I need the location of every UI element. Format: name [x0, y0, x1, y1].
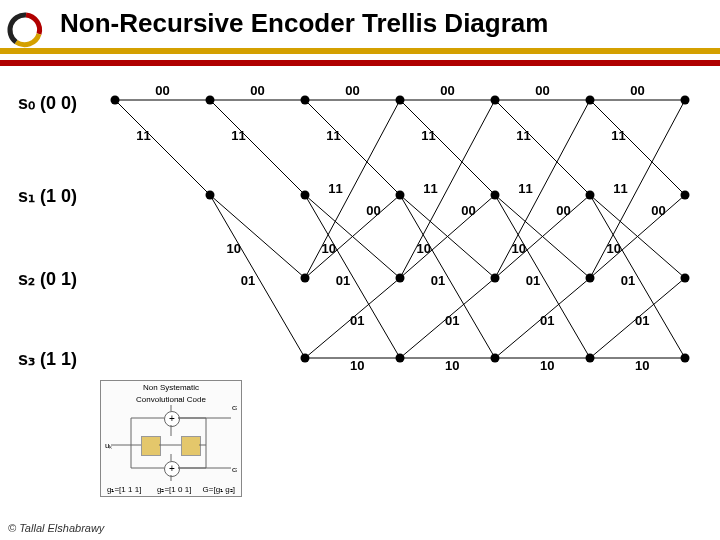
- edge-output-label: 10: [322, 241, 336, 256]
- trellis-node: [586, 96, 595, 105]
- edge-output-label: 10: [512, 241, 526, 256]
- trellis-node: [301, 354, 310, 363]
- svg-line-26: [495, 195, 590, 358]
- edge-output-label: 11: [518, 181, 532, 196]
- svg-line-36: [590, 195, 685, 278]
- trellis-node: [396, 191, 405, 200]
- trellis-node: [301, 96, 310, 105]
- trellis-node: [681, 96, 690, 105]
- edge-output-label: 00: [440, 83, 454, 98]
- edge-output-label: 01: [540, 313, 554, 328]
- svg-line-20: [400, 195, 495, 278]
- trellis-node: [301, 191, 310, 200]
- edge-output-label: 10: [635, 358, 649, 373]
- state-label-s1: s₁ (1 0): [18, 185, 77, 207]
- edge-output-label: 11: [231, 128, 245, 143]
- header-accent-bar: [0, 48, 720, 54]
- svg-line-28: [495, 195, 590, 278]
- edge-output-label: 11: [423, 181, 437, 196]
- svg-line-27: [495, 100, 590, 278]
- edge-output-label: 01: [621, 273, 635, 288]
- svg-line-19: [400, 100, 495, 278]
- edge-output-label: 10: [227, 241, 241, 256]
- svg-line-2: [115, 100, 210, 195]
- trellis-node: [491, 274, 500, 283]
- trellis-node: [491, 191, 500, 200]
- header: Non-Recursive Encoder Trellis Diagram: [0, 0, 720, 66]
- svg-line-11: [305, 100, 400, 278]
- trellis-node: [206, 96, 215, 105]
- svg-line-9: [305, 195, 400, 278]
- edge-output-label: 01: [336, 273, 350, 288]
- trellis-node: [681, 354, 690, 363]
- svg-line-8: [305, 100, 400, 195]
- edge-output-label: 00: [155, 83, 169, 98]
- edge-output-label: 01: [241, 273, 255, 288]
- edge-output-label: 10: [540, 358, 554, 373]
- svg-line-24: [495, 100, 590, 195]
- edge-output-label: 10: [607, 241, 621, 256]
- edge-output-label: 01: [350, 313, 364, 328]
- svg-line-17: [400, 195, 495, 278]
- edge-output-label: 00: [250, 83, 264, 98]
- edge-output-label: 11: [136, 128, 150, 143]
- edge-output-label: 11: [516, 128, 530, 143]
- edge-output-label: 01: [635, 313, 649, 328]
- svg-line-32: [590, 100, 685, 195]
- edge-output-label: 11: [611, 128, 625, 143]
- edge-output-label: 00: [556, 203, 570, 218]
- state-label-s3: s₃ (1 1): [18, 348, 77, 370]
- footer-copyright: © Tallal Elshabrawy: [8, 522, 104, 534]
- svg-line-16: [400, 100, 495, 195]
- edge-output-label: 00: [630, 83, 644, 98]
- trellis-node: [586, 354, 595, 363]
- edge-output-label: 00: [651, 203, 665, 218]
- page-title: Non-Recursive Encoder Trellis Diagram: [60, 8, 548, 39]
- svg-line-34: [590, 195, 685, 358]
- trellis-node: [111, 96, 120, 105]
- edge-output-label: 11: [328, 181, 342, 196]
- edge-output-label: 01: [431, 273, 445, 288]
- encoder-inset: Non Systematic Convolutional Code + + cᵢ…: [100, 380, 242, 497]
- trellis-node: [301, 274, 310, 283]
- trellis-node: [396, 96, 405, 105]
- svg-line-5: [210, 195, 305, 278]
- trellis-node: [396, 354, 405, 363]
- trellis-node: [586, 274, 595, 283]
- edge-output-label: 11: [613, 181, 627, 196]
- svg-line-10: [305, 195, 400, 358]
- edge-output-label: 00: [461, 203, 475, 218]
- svg-line-18: [400, 195, 495, 358]
- edge-output-label: 10: [350, 358, 364, 373]
- state-label-s0: s₀ (0 0): [18, 92, 77, 114]
- logo-icon: [6, 10, 46, 50]
- trellis-node: [491, 96, 500, 105]
- edge-output-label: 01: [445, 313, 459, 328]
- svg-line-6: [210, 195, 305, 358]
- edge-output-label: 10: [445, 358, 459, 373]
- trellis-node: [586, 191, 595, 200]
- svg-line-35: [590, 100, 685, 278]
- svg-line-4: [210, 100, 305, 195]
- trellis-node: [681, 274, 690, 283]
- edge-output-label: 00: [345, 83, 359, 98]
- trellis-node: [396, 274, 405, 283]
- edge-output-label: 01: [526, 273, 540, 288]
- svg-line-25: [495, 195, 590, 278]
- trellis-node: [206, 191, 215, 200]
- state-label-s2: s₂ (0 1): [18, 268, 77, 290]
- edge-output-label: 00: [366, 203, 380, 218]
- edge-output-label: 00: [535, 83, 549, 98]
- trellis-node: [681, 191, 690, 200]
- edge-output-label: 11: [326, 128, 340, 143]
- svg-line-33: [590, 195, 685, 278]
- trellis-node: [491, 354, 500, 363]
- edge-output-label: 11: [421, 128, 435, 143]
- inset-wires-icon: [101, 381, 241, 496]
- edge-output-label: 10: [417, 241, 431, 256]
- svg-line-12: [305, 195, 400, 278]
